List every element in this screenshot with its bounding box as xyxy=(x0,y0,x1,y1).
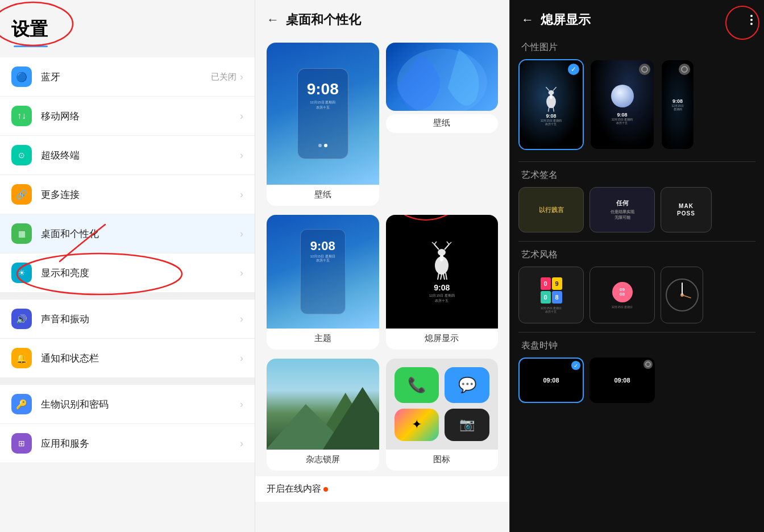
chevron-icon: › xyxy=(240,313,243,325)
art-thumb-3[interactable]: MAK POSS xyxy=(661,187,712,232)
connections-icon: 🔗 xyxy=(11,184,32,205)
svg-line-10 xyxy=(449,242,451,244)
desktop-panel-title: 桌面和个性化 xyxy=(286,11,361,28)
clock-thumb-1-check: ✓ xyxy=(571,361,580,370)
chevron-icon: › xyxy=(240,228,243,240)
apps-icon: ⊞ xyxy=(11,433,32,454)
desktop-icon: ▦ xyxy=(11,223,32,244)
settings-item-display[interactable]: ☀ 显示和亮度 › xyxy=(0,253,255,293)
section-divider-2 xyxy=(518,241,755,242)
theme-label: 主题 xyxy=(314,329,331,350)
aod-style-grid: 0 9 0 8 12月15日 星期日农历十五 09 08 12月15日 星期日 xyxy=(510,267,764,329)
svg-line-9 xyxy=(445,244,449,250)
settings-item-desktop[interactable]: ▦ 桌面和个性化 › xyxy=(0,214,255,253)
svg-point-27 xyxy=(682,66,687,72)
section-divider-3 xyxy=(518,332,755,332)
aod-card[interactable]: 9:08 12月15日 星期四农历十五 熄屏显示 xyxy=(386,215,499,350)
wallpaper-right-label: 壁纸 xyxy=(386,114,499,133)
settings-item-sound[interactable]: 🔊 声音和振动 › xyxy=(0,300,255,339)
chevron-icon: › xyxy=(240,438,243,450)
desktop-options-grid: 9:08 12月15日 星期四农历十五 壁纸 xyxy=(255,37,509,211)
section-divider-1 xyxy=(518,161,755,162)
svg-point-5 xyxy=(438,249,446,256)
biometric-label: 生物识别和密码 xyxy=(41,398,240,411)
svg-point-26 xyxy=(642,66,647,72)
settings-item-apps[interactable]: ⊞ 应用和服务 › xyxy=(0,424,255,463)
magazine-preview xyxy=(267,359,379,450)
style-thumb-2[interactable]: 09 08 12月15日 星期日 xyxy=(589,267,655,323)
bluetooth-icon: 🔵 xyxy=(11,66,32,87)
theme-preview: 9:08 12月15日 星期日农历十五 xyxy=(267,215,379,329)
apps-label: 应用和服务 xyxy=(41,437,240,450)
aod-clock-grid: 09:08 ✓ 09:08 xyxy=(510,358,764,409)
wallpaper-card[interactable]: 9:08 12月15日 星期四农历十五 壁纸 xyxy=(267,43,379,206)
online-dot xyxy=(323,487,328,492)
aod-thumb-3-radio xyxy=(679,64,690,75)
art-label-3: MAK xyxy=(679,203,694,209)
terminal-label: 超级终端 xyxy=(41,149,240,162)
aod-thumb-1-check: ✓ xyxy=(568,64,579,75)
aod-thumb-1[interactable]: 9:08 12月15日 星期四农历十五 ✓ xyxy=(518,59,584,150)
aod-title: 熄屏显示 xyxy=(541,11,591,28)
personal-photos-label: 个性图片 xyxy=(510,37,764,59)
online-content-row[interactable]: 开启在线内容 xyxy=(255,476,509,502)
aod-thumb-3[interactable]: 9:08 12月15日星期四 xyxy=(661,59,695,150)
chevron-icon: › xyxy=(240,110,243,122)
settings-list: 🔵 蓝牙 已关闭 › ↑↓ 移动网络 › ⊙ 超级终端 › xyxy=(0,57,255,463)
deer-silhouette xyxy=(427,240,456,280)
clock-face-label: 表盘时钟 xyxy=(510,335,764,358)
settings-item-notification[interactable]: 🔔 通知和状态栏 › xyxy=(0,339,255,378)
art-label-3-2: POSS xyxy=(677,210,695,217)
aod-preview: 9:08 12月15日 星期四农历十五 xyxy=(386,215,499,329)
display-icon: ☀ xyxy=(11,263,32,283)
svg-line-7 xyxy=(432,242,434,244)
chevron-icon: › xyxy=(240,189,243,201)
svg-line-14 xyxy=(443,274,445,280)
aod-more-button[interactable] xyxy=(750,15,753,25)
network-label: 移动网络 xyxy=(41,110,240,123)
chevron-icon: › xyxy=(240,149,243,161)
settings-item-terminal[interactable]: ⊙ 超级终端 › xyxy=(0,136,255,175)
wallpaper-abstract-card[interactable] xyxy=(386,43,499,111)
svg-line-8 xyxy=(434,242,437,244)
clock-thumb-2[interactable]: 09:08 xyxy=(589,358,655,403)
art-thumb-1[interactable]: 以行践言 xyxy=(518,187,584,232)
art-label-2: 任何 xyxy=(616,199,629,207)
settings-item-bluetooth[interactable]: 🔵 蓝牙 已关闭 › xyxy=(0,57,255,97)
icons-card[interactable]: 📞 💬 ✦ 📷 图标 xyxy=(386,359,499,471)
svg-line-23 xyxy=(553,87,557,90)
terminal-icon: ⊙ xyxy=(11,145,32,165)
aod-label: 熄屏显示 xyxy=(425,329,459,350)
art-label-2-sub: 任意结果实现无限可能 xyxy=(611,209,634,221)
aod-thumb-2[interactable]: 9:08 12月15日 星期四农历十五 xyxy=(589,59,655,150)
magazine-label: 杂志锁屏 xyxy=(306,450,340,471)
style-thumb-1[interactable]: 0 9 0 8 12月15日 星期日农历十五 xyxy=(518,267,584,323)
back-button[interactable]: ← xyxy=(267,13,279,27)
desktop-second-row: 9:08 12月15日 星期日农历十五 主题 xyxy=(255,209,509,355)
svg-point-32 xyxy=(646,362,650,367)
aod-back-button[interactable]: ← xyxy=(521,13,534,27)
style-thumb-3[interactable] xyxy=(661,267,703,323)
desktop-label: 桌面和个性化 xyxy=(41,227,240,240)
magazine-card[interactable]: 杂志锁屏 xyxy=(267,359,379,471)
bluetooth-label: 蓝牙 xyxy=(41,70,211,84)
notification-icon: 🔔 xyxy=(11,348,32,368)
settings-item-network[interactable]: ↑↓ 移动网络 › xyxy=(0,97,255,136)
icons-label: 图标 xyxy=(433,450,450,471)
svg-line-24 xyxy=(549,107,549,111)
biometric-icon: 🔑 xyxy=(11,394,32,414)
clock-thumb-1[interactable]: 09:08 ✓ xyxy=(518,358,584,403)
aod-header: ← 熄屏显示 xyxy=(510,0,764,37)
settings-item-connections[interactable]: 🔗 更多连接 › xyxy=(0,175,255,214)
art-style-label: 艺术风格 xyxy=(510,244,764,267)
aod-personal-thumbs: 9:08 12月15日 星期四农历十五 ✓ 9:08 12月15日 星期四农历十… xyxy=(510,59,764,159)
sound-label: 声音和振动 xyxy=(41,313,240,326)
theme-card[interactable]: 9:08 12月15日 星期日农历十五 主题 xyxy=(267,215,379,350)
clock-thumb-2-radio xyxy=(643,360,653,369)
chevron-icon: › xyxy=(240,267,243,279)
settings-item-biometric[interactable]: 🔑 生物识别和密码 › xyxy=(0,385,255,424)
art-thumb-2[interactable]: 任何 任意结果实现无限可能 xyxy=(589,187,655,232)
aod-header-left: ← 熄屏显示 xyxy=(521,11,591,28)
thumb-deer-icon xyxy=(541,84,561,112)
aod-panel: ← 熄屏显示 个性图片 xyxy=(509,0,764,532)
